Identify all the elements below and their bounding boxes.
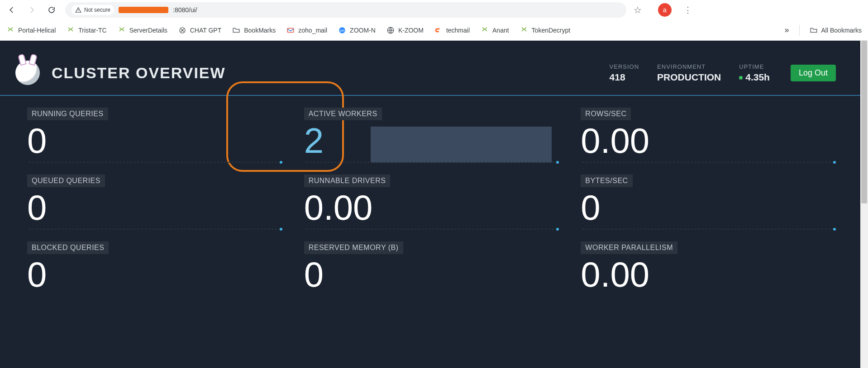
openai-icon <box>178 26 186 34</box>
uptime-label: UPTIME <box>739 63 770 70</box>
bookmark-label: zoho_mail <box>298 27 327 34</box>
bookmark-label: techmail <box>446 27 470 34</box>
card-label: WORKER PARALLELISM <box>581 241 677 254</box>
bookmark-star-icon[interactable]: ☆ <box>634 5 642 15</box>
bookmark-label: TokenDecrypt <box>532 27 571 34</box>
card-label: BYTES/SEC <box>581 175 632 187</box>
sparkline-chart <box>371 127 552 163</box>
reload-button[interactable] <box>45 4 58 16</box>
environment-meta: ENVIRONMENT PRODUCTION <box>657 63 721 83</box>
card-value: 0 <box>304 255 324 294</box>
security-chip[interactable]: Not secure <box>72 5 114 15</box>
bookmark-zoom-n[interactable]: zm ZOOM-N <box>338 26 376 34</box>
environment-value: PRODUCTION <box>657 72 721 83</box>
zoom-icon: zm <box>338 26 346 34</box>
bookmarks-bar: Portal-Helical Tristar-TC ServerDetails … <box>0 20 868 41</box>
card-value: 0 <box>27 121 47 160</box>
card-active-workers: ACTIVE WORKERS 2 <box>304 108 559 164</box>
card-label: ACTIVE WORKERS <box>304 108 382 120</box>
dna-icon <box>118 26 126 34</box>
bookmark-label: Tristar-TC <box>78 27 106 34</box>
bookmark-serverdetails[interactable]: ServerDetails <box>118 26 167 34</box>
trino-logo-icon <box>15 61 40 85</box>
mail-icon <box>286 26 295 34</box>
url-suffix: :8080/ui/ <box>173 6 197 14</box>
bookmarks-overflow-icon[interactable]: » <box>785 25 789 35</box>
profile-avatar[interactable]: a <box>658 3 672 17</box>
folder-icon <box>810 26 818 34</box>
bookmark-tokendecrypt[interactable]: TokenDecrypt <box>520 26 571 34</box>
card-value: 0 <box>581 188 600 227</box>
card-queued-queries: QUEUED QUERIES 0 <box>27 175 282 231</box>
bookmark-chat-gpt[interactable]: CHAT GPT <box>178 26 222 34</box>
card-label: ROWS/SEC <box>581 108 631 120</box>
version-meta: VERSION 418 <box>610 63 639 83</box>
page-header: CLUSTER OVERVIEW VERSION 418 ENVIRONMENT… <box>0 41 860 96</box>
dna-icon <box>481 26 489 34</box>
card-label: QUEUED QUERIES <box>27 175 105 187</box>
bookmark-tristar-tc[interactable]: Tristar-TC <box>67 26 106 34</box>
bookmark-portal-helical[interactable]: Portal-Helical <box>6 26 56 34</box>
uptime-meta: UPTIME 4.35h <box>739 63 770 83</box>
status-dot-icon <box>739 76 743 80</box>
bookmark-label: Anant <box>492 27 509 34</box>
back-button[interactable] <box>5 4 18 16</box>
card-reserved-memory: RESERVED MEMORY (B) 0 <box>304 241 559 297</box>
card-value: 0 <box>27 188 47 227</box>
bookmark-label: K-ZOOM <box>398 27 424 34</box>
cpanel-icon <box>434 26 443 34</box>
folder-icon <box>232 26 240 34</box>
dna-icon <box>520 26 528 34</box>
environment-label: ENVIRONMENT <box>657 63 721 70</box>
stats-grid: RUNNING QUERIES 0 ACTIVE WORKERS 2 ROWS/… <box>0 96 860 297</box>
card-worker-parallelism: WORKER PARALLELISM 0.00 <box>581 241 836 297</box>
bookmark-anant[interactable]: Anant <box>481 26 509 34</box>
app-page: CLUSTER OVERVIEW VERSION 418 ENVIRONMENT… <box>0 41 860 368</box>
security-label: Not secure <box>84 7 110 13</box>
card-value: 0 <box>27 255 47 294</box>
card-label: BLOCKED QUERIES <box>27 241 109 254</box>
version-value: 418 <box>610 72 639 83</box>
profile-letter: a <box>663 6 667 14</box>
browser-toolbar: Not secure :8080/ui/ ☆ a ⋮ <box>0 0 868 20</box>
card-value: 0.00 <box>581 121 649 160</box>
card-rows-sec: ROWS/SEC 0.00 <box>581 108 836 164</box>
bookmark-bookmarks-folder[interactable]: BookMarks <box>232 26 276 34</box>
all-bookmarks-label: All Bookmarks <box>821 27 862 34</box>
redacted-host <box>119 7 168 13</box>
dna-icon <box>6 26 14 34</box>
card-value: 0.00 <box>581 255 649 294</box>
bookmark-label: BookMarks <box>244 27 276 34</box>
dna-icon <box>67 26 75 34</box>
bookmark-label: Portal-Helical <box>18 27 56 34</box>
scrollbar-thumb[interactable] <box>861 41 867 203</box>
card-runnable-drivers: RUNNABLE DRIVERS 0.00 <box>304 175 559 231</box>
page-title: CLUSTER OVERVIEW <box>52 64 226 82</box>
all-bookmarks-button[interactable]: All Bookmarks <box>810 26 862 34</box>
bookmark-k-zoom[interactable]: K-ZOOM <box>386 26 424 34</box>
logout-button[interactable]: Log Out <box>791 65 836 81</box>
divider <box>799 25 800 36</box>
bookmark-label: ServerDetails <box>129 27 167 34</box>
card-label: RUNNING QUERIES <box>27 108 108 120</box>
uptime-value: 4.35h <box>745 72 770 82</box>
svg-rect-1 <box>288 28 294 32</box>
bookmark-zoho-mail[interactable]: zoho_mail <box>286 26 327 34</box>
vertical-scrollbar[interactable] <box>860 41 868 368</box>
warning-icon <box>75 7 81 13</box>
browser-menu-button[interactable]: ⋮ <box>682 5 694 15</box>
svg-text:zm: zm <box>340 28 344 33</box>
bookmark-label: CHAT GPT <box>190 27 222 34</box>
forward-button[interactable] <box>25 4 38 16</box>
card-value: 2 <box>304 121 324 160</box>
globe-icon <box>386 26 395 34</box>
bookmark-techmail[interactable]: techmail <box>434 26 470 34</box>
bookmark-label: ZOOM-N <box>350 27 376 34</box>
card-label: RESERVED MEMORY (B) <box>304 241 403 254</box>
card-bytes-sec: BYTES/SEC 0 <box>581 175 836 231</box>
address-bar[interactable]: Not secure :8080/ui/ <box>65 2 626 18</box>
version-label: VERSION <box>610 63 639 70</box>
card-value: 0.00 <box>304 188 373 227</box>
card-running-queries: RUNNING QUERIES 0 <box>27 108 282 164</box>
card-blocked-queries: BLOCKED QUERIES 0 <box>27 241 282 297</box>
